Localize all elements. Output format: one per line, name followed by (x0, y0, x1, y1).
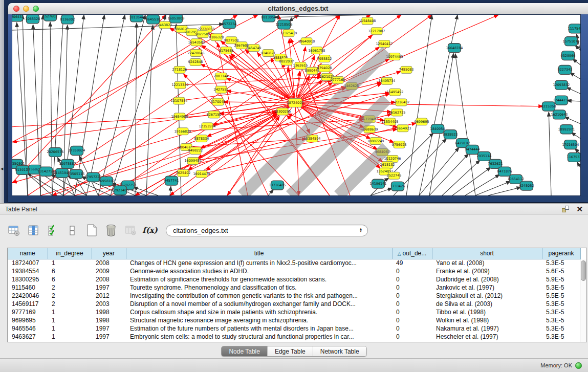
table-row[interactable]: 1938455462009Genome-wide association stu… (8, 267, 580, 275)
network-window-titlebar[interactable]: citations_edges.txt (8, 3, 588, 14)
column-header-in_degree[interactable]: in_degree (48, 248, 92, 259)
function-builder-icon[interactable]: f(x) (143, 224, 157, 237)
table-scrollbar[interactable] (580, 259, 586, 342)
column-header-out_de[interactable]: △out_de... (392, 248, 432, 259)
minimize-button[interactable] (23, 6, 29, 12)
table-row[interactable]: 2242004622012Investigating the contribut… (8, 292, 580, 300)
column-header-name[interactable]: name (8, 248, 48, 259)
table-row[interactable]: 946362711997Embryonic stem cells: a mode… (8, 333, 580, 341)
column-header-short[interactable]: short (432, 248, 542, 259)
tab-network-table[interactable]: Network Table (313, 346, 366, 356)
table-panel: Table Panel ✕ f(x) citations_edges.txt ▲… (0, 203, 588, 358)
close-panel-icon[interactable]: ✕ (576, 205, 583, 213)
clear-selection-icon[interactable] (66, 224, 79, 237)
table-select-dropdown[interactable]: citations_edges.txt ▲▼ (166, 225, 368, 236)
column-header-title[interactable]: title (126, 248, 392, 259)
tab-node-table[interactable]: Node Table (222, 346, 268, 356)
memory-status-label: Memory: OK (540, 362, 572, 368)
table-row[interactable]: 969969511998Structural magnetic resonanc… (8, 316, 580, 324)
table-row[interactable]: 1872400712008Changes of HCN gene express… (8, 259, 580, 267)
table-row[interactable]: 1830029562008Estimation of significance … (8, 275, 580, 283)
network-window-title: citations_edges.txt (268, 5, 329, 12)
select-column-icon[interactable] (27, 224, 40, 237)
table-select-value: citations_edges.txt (173, 227, 359, 234)
node-table[interactable]: namein_degreeyeartitle△out_de...shortpag… (7, 248, 587, 342)
column-header-year[interactable]: year (92, 248, 126, 259)
close-button[interactable] (13, 6, 19, 12)
network-window[interactable]: citations_edges.txt 18724007183002959463… (8, 3, 588, 202)
dropdown-arrows-icon: ▲▼ (359, 228, 362, 233)
table-row[interactable]: 911546021997Tourette syndrome. Phenomeno… (8, 283, 580, 292)
table-scrollbar-thumb[interactable] (581, 260, 586, 281)
new-table-icon[interactable] (85, 224, 98, 237)
delete-table-icon (124, 224, 137, 237)
table-row[interactable]: 946554611997Estimation of the future num… (8, 324, 580, 333)
table-tab-bar: Node Table Edge Table Network Table (221, 346, 366, 357)
tab-edge-table[interactable]: Edge Table (268, 346, 313, 356)
table-settings-icon[interactable] (7, 224, 20, 237)
status-bar: Memory: OK (0, 358, 588, 372)
table-row[interactable]: 977716911998Corpus callosum shape and si… (8, 308, 580, 316)
delete-column-icon[interactable] (104, 224, 118, 237)
memory-ok-led-icon[interactable] (575, 362, 582, 369)
collapse-arrow-icon[interactable]: ◀ (1, 167, 3, 171)
network-canvas[interactable]: 1872400718300295946382288601289912954222… (12, 14, 581, 196)
resize-grip-icon[interactable] (12, 15, 580, 195)
select-all-checks-icon[interactable] (46, 224, 59, 237)
table-toolbar: f(x) citations_edges.txt ▲▼ (0, 219, 588, 242)
table-panel-title: Table Panel (5, 206, 562, 213)
zoom-button[interactable] (33, 6, 39, 12)
float-window-icon[interactable] (562, 206, 569, 212)
table-row[interactable]: 1456911722003Disruption of a novel membe… (8, 300, 580, 308)
desktop: ◀ citations_edges.txt 187240071830029594… (0, 0, 588, 203)
column-header-pagerank[interactable]: pagerank (542, 248, 580, 259)
panel-collapse-strip[interactable]: ◀ (0, 0, 4, 203)
